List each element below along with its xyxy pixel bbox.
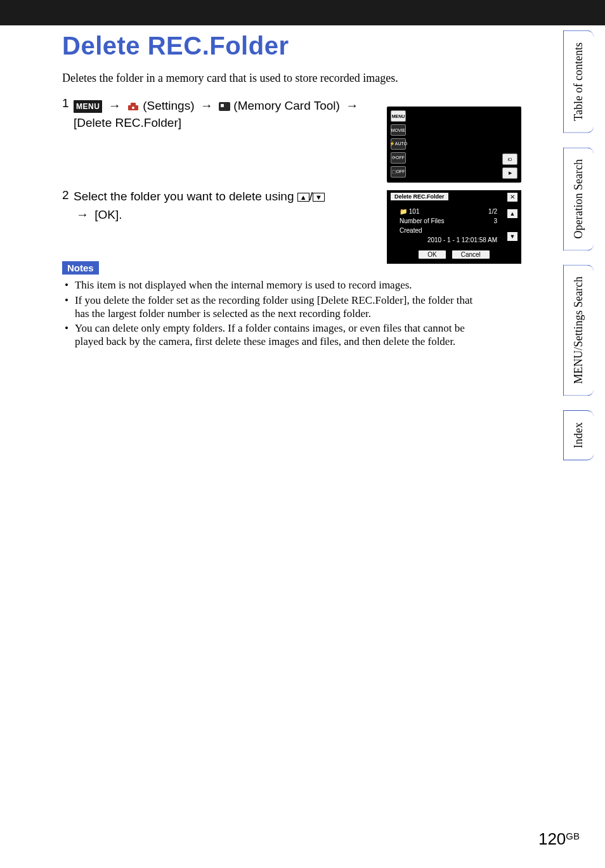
tab-toc[interactable]: Table of contents	[563, 30, 594, 133]
created-label: Created	[400, 227, 422, 234]
top-bar	[0, 0, 605, 25]
arrow-icon: →	[346, 98, 358, 112]
cam-smile-icon: ⬚OFF	[391, 166, 406, 178]
down-key-icon: ▼	[313, 193, 325, 202]
settings-icon	[127, 101, 140, 112]
notes-section: Notes This item is not displayed when th…	[62, 261, 477, 348]
files-label: Number of Files	[400, 216, 445, 226]
menu-icon: MENU	[74, 100, 102, 113]
cam-play-icon: ▶	[502, 167, 517, 179]
note-item: This item is not displayed when the inte…	[62, 278, 477, 292]
cam-flash-icon: ⚡AUTO	[391, 138, 406, 150]
svg-rect-1	[131, 103, 136, 106]
dialog-title: Delete REC.Folder	[391, 193, 448, 200]
page-number: 120	[538, 829, 566, 848]
close-icon: ✕	[507, 193, 517, 202]
folder-number: 101	[409, 208, 420, 215]
arrow-icon: →	[108, 98, 121, 112]
step-target: [Delete REC.Folder]	[74, 116, 181, 129]
settings-label: (Settings)	[143, 99, 194, 112]
svg-point-2	[132, 107, 134, 109]
page-indicator: 1/2	[488, 207, 497, 216]
dialog-ok-button: OK	[419, 250, 445, 259]
region-code: GB	[566, 831, 580, 841]
intro-text: Deletes the folder in a memory card that…	[62, 72, 477, 85]
step-number: 2	[62, 188, 74, 202]
up-key-icon: ▲	[297, 193, 309, 202]
down-arrow-icon: ▼	[507, 232, 517, 241]
cam-menu-icon: MENU	[391, 110, 406, 122]
note-item: If you delete the folder set as the reco…	[62, 294, 477, 321]
step-2-suffix: [OK].	[91, 208, 122, 221]
step-2-body: Select the folder you want to delete usi…	[74, 188, 372, 223]
notes-list: This item is not displayed when the inte…	[62, 278, 477, 348]
cam-timer-icon: ⟳OFF	[391, 152, 406, 164]
files-value: 3	[493, 216, 497, 226]
created-value: 2010 - 1 - 1 12:01:58 AM	[427, 236, 497, 243]
side-tabs: Table of contents Operation Search MENU/…	[563, 30, 594, 460]
dialog-cancel-button: Cancel	[452, 250, 490, 259]
arrow-icon: →	[76, 207, 89, 221]
page-title: Delete REC.Folder	[62, 32, 477, 60]
tab-operation-search[interactable]: Operation Search	[563, 147, 594, 250]
note-item: You can delete only empty folders. If a …	[62, 321, 477, 349]
up-arrow-icon: ▲	[507, 209, 517, 218]
memory-card-icon	[219, 102, 230, 111]
cam-mode-icon: iO	[502, 153, 517, 165]
step-number: 1	[62, 96, 74, 110]
notes-label: Notes	[62, 261, 99, 275]
camera-screenshot-dialog: Delete REC.Folder ✕ ▲ ▼ 📁 1011/2 Number …	[387, 190, 521, 264]
tab-menu-settings-search[interactable]: MENU/Settings Search	[563, 264, 594, 396]
camera-screenshot-menu: MENU MOVIE ⚡AUTO ⟳OFF ⬚OFF iO ▶	[387, 107, 521, 183]
arrow-icon: →	[200, 98, 213, 112]
step-2-prefix: Select the folder you want to delete usi…	[74, 190, 297, 203]
tool-label: (Memory Card Tool)	[233, 99, 340, 112]
cam-movie-icon: MOVIE	[391, 124, 406, 136]
dialog-body: 📁 1011/2 Number of Files3 Created 2010 -…	[400, 207, 497, 245]
tab-index[interactable]: Index	[563, 410, 594, 460]
page-footer: 120GB	[538, 829, 580, 849]
step-1-body: MENU → (Settings) → (Memory Card Tool) →…	[74, 96, 372, 131]
